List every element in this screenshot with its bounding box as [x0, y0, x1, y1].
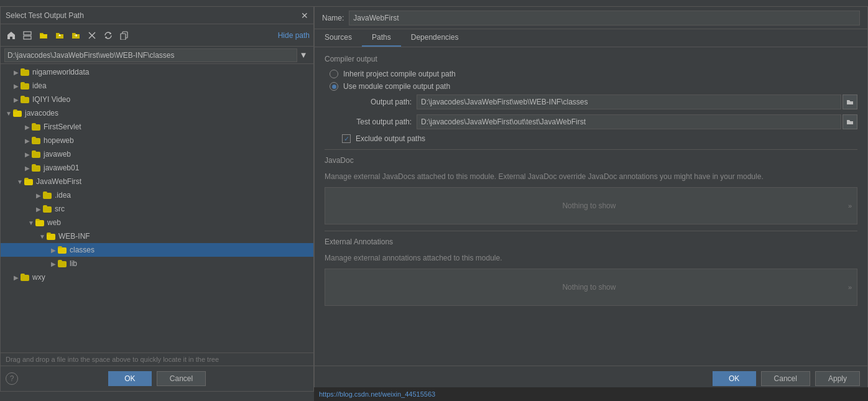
close-button[interactable]: ✕	[301, 11, 308, 20]
hide-path-link[interactable]: Hide path	[278, 31, 310, 40]
javadoc-desc: Manage external JavaDocs attached to thi…	[325, 171, 857, 182]
ok-button[interactable]: OK	[108, 371, 152, 386]
split-icon-button[interactable]	[21, 29, 34, 42]
tree-arrow: ▶	[12, 83, 21, 90]
tree-arrow: ▶	[23, 124, 32, 131]
use-module-radio[interactable]	[330, 82, 338, 91]
folder-icon	[35, 219, 45, 226]
folder-icon	[24, 178, 34, 185]
help-icon[interactable]: ?	[6, 372, 18, 385]
item-label: idea	[32, 81, 47, 90]
folder-icon	[32, 137, 42, 144]
right-content: Compiler output Inherit project compile …	[315, 47, 867, 366]
folder-icon	[32, 164, 42, 172]
path-input[interactable]	[4, 48, 297, 62]
item-label: src	[55, 205, 65, 213]
tree-item-javacodes[interactable]: ▼ javacodes	[1, 106, 313, 120]
tree-item-javaweb[interactable]: ▶ javaweb	[1, 147, 313, 161]
divider-1	[325, 149, 857, 150]
folder-icon	[13, 109, 23, 117]
tree-item-firstservlet[interactable]: ▶ FirstServlet	[1, 120, 313, 134]
cancel-button[interactable]: Cancel	[157, 371, 206, 386]
tree-item-src[interactable]: ▶ src	[1, 202, 313, 216]
status-bar-text: https://blog.csdn.net/weixin_44515563	[319, 390, 435, 398]
item-label: IQIYI Video	[32, 95, 70, 104]
refresh-button[interactable]	[101, 29, 115, 42]
home-icon-button[interactable]	[4, 29, 18, 42]
test-output-path-input[interactable]	[417, 114, 841, 129]
open-folder-button[interactable]	[37, 29, 50, 42]
svg-rect-5	[121, 34, 126, 40]
tree-item-javawebfirst[interactable]: ▼ JavaWebFirst	[1, 175, 313, 188]
folder-move-button[interactable]	[69, 29, 83, 42]
item-label: wxy	[32, 273, 45, 282]
apply-button[interactable]: Apply	[815, 371, 860, 386]
folder-icon	[47, 233, 57, 240]
tree-item-nigameworlddata[interactable]: ▶ nigameworlddata	[1, 65, 313, 79]
toolbar: Hide path	[1, 24, 313, 47]
right-ok-button[interactable]: OK	[713, 371, 756, 386]
folder-icon	[58, 260, 68, 267]
folder-icon	[43, 205, 53, 213]
tab-paths[interactable]: Paths	[362, 29, 401, 47]
tab-dependencies[interactable]: Dependencies	[401, 29, 469, 47]
file-tree: ▶ nigameworlddata ▶ idea ▶ IQIYI Video ▼…	[1, 64, 313, 353]
folder-icon	[32, 150, 42, 158]
inherit-radio[interactable]	[330, 70, 338, 78]
item-label: FirstServlet	[44, 122, 81, 131]
tab-sources[interactable]: Sources	[315, 29, 362, 47]
tree-item-idea[interactable]: ▶ idea	[1, 79, 313, 93]
tree-item-wxy[interactable]: ▶ wxy	[1, 270, 313, 284]
item-label: nigameworlddata	[32, 68, 89, 76]
external-annotations-expand-icon[interactable]: »	[848, 283, 852, 291]
path-bar: ▼	[1, 47, 313, 64]
right-cancel-button[interactable]: Cancel	[761, 371, 810, 386]
tree-arrow: ▶	[23, 151, 32, 158]
svg-rect-0	[24, 32, 31, 35]
tree-item-lib[interactable]: ▶ lib	[1, 257, 313, 270]
tabs-bar: Sources Paths Dependencies	[315, 29, 867, 47]
right-panel: Name: Sources Paths Dependencies Compile…	[314, 6, 868, 392]
javadoc-section: JavaDoc Manage external JavaDocs attache…	[325, 156, 857, 224]
item-label: .idea	[55, 191, 71, 200]
dialog-titlebar: Select Test Output Path ✕	[1, 7, 313, 24]
item-label: javaweb	[44, 150, 71, 159]
tree-item-javaweb01[interactable]: ▶ javaweb01	[1, 161, 313, 175]
copy-button[interactable]	[118, 29, 131, 42]
test-output-path-browse-button[interactable]	[843, 114, 857, 129]
exclude-checkbox[interactable]	[342, 134, 351, 143]
folder-icon	[21, 68, 30, 76]
tree-item-webinf[interactable]: ▼ WEB-INF	[1, 229, 313, 243]
tree-item-iqiyi[interactable]: ▶ IQIYI Video	[1, 93, 313, 106]
output-path-browse-button[interactable]	[843, 94, 857, 109]
javadoc-nothing-text: Nothing to show	[330, 201, 848, 210]
exclude-checkbox-row: Exclude output paths	[342, 134, 857, 143]
folder-icon	[21, 96, 30, 103]
tree-arrow: ▶	[49, 260, 58, 267]
javadoc-expand-icon[interactable]: »	[848, 202, 852, 210]
tree-item-classes[interactable]: ▶ classes	[1, 243, 313, 257]
right-header: Name:	[315, 7, 867, 29]
path-download-button[interactable]: ▼	[297, 48, 310, 62]
tree-item-web[interactable]: ▼ web	[1, 216, 313, 229]
item-label: JavaWebFirst	[36, 177, 81, 186]
tree-item-hopeweb[interactable]: ▶ hopeweb	[1, 134, 313, 147]
drag-hint: Drag and drop a file into the space abov…	[1, 353, 313, 366]
folder-up-button[interactable]	[53, 29, 67, 42]
tree-arrow: ▶	[12, 96, 21, 103]
item-label: lib	[70, 259, 77, 268]
dialog-title: Select Test Output Path	[6, 11, 84, 20]
tree-arrow: ▶	[34, 192, 43, 199]
status-bar: https://blog.csdn.net/weixin_44515563	[314, 387, 868, 401]
tree-arrow: ▼	[16, 178, 24, 185]
exclude-checkbox-label: Exclude output paths	[356, 134, 425, 143]
external-annotations-desc: Manage external annotations attached to …	[325, 252, 857, 264]
name-input[interactable]	[349, 11, 860, 25]
folder-icon	[58, 246, 68, 254]
output-path-input[interactable]	[417, 94, 841, 109]
external-annotations-title: External Annotations	[325, 237, 857, 246]
folder-icon	[43, 191, 53, 199]
delete-button[interactable]	[85, 29, 99, 42]
tree-item-dotidea[interactable]: ▶ .idea	[1, 188, 313, 202]
test-output-path-row: Test output path:	[337, 114, 857, 129]
